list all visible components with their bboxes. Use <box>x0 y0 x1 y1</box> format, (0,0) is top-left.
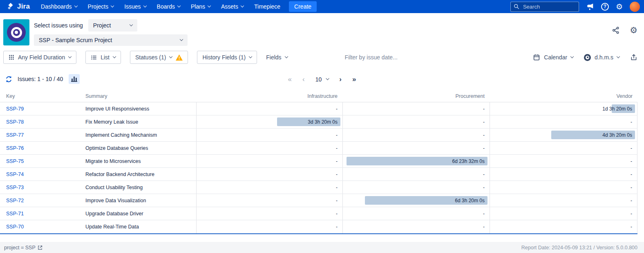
history-fields-button[interactable]: History Fields (1) <box>197 51 257 64</box>
page-size-select[interactable]: 10 <box>315 76 329 82</box>
list-icon <box>91 54 97 61</box>
duration-cell-vendor: - <box>490 207 637 220</box>
chevron-down-icon <box>249 55 252 58</box>
last-page-button[interactable]: » <box>352 76 356 83</box>
key-cell: SSP-70 <box>0 220 79 233</box>
toolbar-right: Calendar d.h.m.s <box>533 54 637 61</box>
nav-item-plans[interactable]: Plans <box>186 0 216 13</box>
duration-format-button[interactable]: d.h.m.s <box>584 54 619 61</box>
issue-key-link[interactable]: SSP-72 <box>6 198 24 203</box>
issue-summary: Conduct Usability Testing <box>79 181 196 194</box>
column-header-key: Key <box>0 93 79 99</box>
chevron-down-icon <box>130 23 133 26</box>
project-select-value: SSP - Sample Scrum Project <box>39 37 112 43</box>
chevron-down-icon <box>177 4 181 7</box>
page-size-value: 10 <box>315 76 322 82</box>
app-settings-gear-icon[interactable]: ⚙ <box>630 26 637 34</box>
eye-icon <box>584 54 591 61</box>
table-row: SSP-76Optimize Database Queries--- <box>0 142 637 155</box>
share-icon[interactable] <box>612 26 620 34</box>
view-select-button[interactable]: List <box>85 51 121 64</box>
issue-key-link[interactable]: SSP-76 <box>6 145 24 151</box>
export-button[interactable] <box>630 54 637 61</box>
key-cell: SSP-74 <box>0 168 79 181</box>
export-icon <box>630 54 637 61</box>
issue-key-link[interactable]: SSP-79 <box>6 106 24 112</box>
empty-duration: - <box>336 145 338 151</box>
nav-item-boards[interactable]: Boards <box>152 0 186 13</box>
statuses-button[interactable]: Statuses (1) <box>130 51 188 64</box>
empty-duration: - <box>483 106 485 112</box>
field-duration-button[interactable]: Any Field Duration <box>3 51 76 64</box>
nav-item-dashboards[interactable]: Dashboards <box>36 0 83 13</box>
external-link-icon <box>38 245 42 250</box>
chevron-down-icon <box>143 4 146 7</box>
table-row: SSP-70Update Real-Time Data--- <box>0 220 637 233</box>
filter-query-link[interactable]: project = SSP <box>4 245 42 251</box>
empty-duration: - <box>483 185 485 190</box>
duration-cell-vendor: - <box>490 194 637 207</box>
column-header-procurement: Procurement <box>342 93 490 99</box>
empty-duration: - <box>631 185 632 190</box>
table-row: SSP-72Improve Data Visualization-6d 3h 2… <box>0 194 637 207</box>
feedback-megaphone-icon[interactable] <box>586 2 594 11</box>
project-select[interactable]: SSP - Sample Scrum Project <box>34 34 188 46</box>
nav-item-assets[interactable]: Assets <box>216 0 249 13</box>
grid-icon <box>9 54 14 60</box>
create-button[interactable]: Create <box>289 1 317 12</box>
duration-cell-infrastructure: - <box>196 168 342 181</box>
nav-item-label: Dashboards <box>41 3 72 10</box>
issue-source-mode-select[interactable]: Project <box>88 19 137 32</box>
jira-home-link[interactable]: Jira <box>4 2 36 11</box>
navbar-search <box>510 2 579 12</box>
calendar-button[interactable]: Calendar <box>533 54 573 61</box>
chevron-down-icon <box>111 4 114 7</box>
duration-cell-vendor: - <box>490 115 637 128</box>
table-row: SSP-75Migrate to Microservices-6d 23h 32… <box>0 155 637 168</box>
first-page-button[interactable]: « <box>288 76 292 83</box>
duration-label: 6d 3h 20m 0s <box>455 198 485 203</box>
issue-date-filter-input[interactable] <box>345 54 435 61</box>
chevron-down-icon <box>68 55 72 58</box>
empty-duration: - <box>336 224 338 230</box>
refresh-button[interactable] <box>5 75 13 83</box>
duration-cell-vendor: - <box>490 155 637 167</box>
column-header-infrastructure: Infrastructure <box>196 93 342 99</box>
issue-key-link[interactable]: SSP-70 <box>6 224 24 230</box>
empty-duration: - <box>631 145 632 151</box>
nav-item-label: Boards <box>157 3 175 10</box>
next-page-button[interactable]: › <box>339 76 342 83</box>
warning-icon <box>176 54 183 61</box>
search-input[interactable] <box>510 2 579 12</box>
duration-cell-procurement: 6d 23h 32m 0s <box>342 155 490 167</box>
empty-duration: - <box>336 132 338 138</box>
chart-toggle-button[interactable] <box>69 74 80 84</box>
chevron-down-icon <box>169 55 172 58</box>
issue-key-link[interactable]: SSP-77 <box>6 132 24 138</box>
prev-page-button[interactable]: ‹ <box>302 76 305 83</box>
empty-duration: - <box>336 172 338 177</box>
issue-key-link[interactable]: SSP-75 <box>6 158 24 164</box>
issue-key-link[interactable]: SSP-73 <box>6 185 24 190</box>
settings-gear-icon[interactable]: ⚙ <box>616 3 623 11</box>
duration-cell-vendor: - <box>490 220 637 233</box>
fields-label: Fields <box>266 54 281 61</box>
navbar-menu: DashboardsProjectsIssuesBoardsPlansAsset… <box>36 0 286 13</box>
key-cell: SSP-72 <box>0 194 79 207</box>
nav-item-timepiece[interactable]: Timepiece <box>249 0 286 13</box>
duration-cell-infrastructure: - <box>196 155 342 167</box>
search-icon <box>514 4 519 9</box>
help-icon[interactable]: ? <box>601 3 609 11</box>
duration-cell-infrastructure: - <box>196 194 342 207</box>
nav-item-projects[interactable]: Projects <box>83 0 119 13</box>
table-row: SSP-78Fix Memory Leak Issue3d 3h 20m 0s-… <box>0 115 637 129</box>
nav-item-issues[interactable]: Issues <box>119 0 151 13</box>
empty-duration: - <box>336 158 338 164</box>
issue-key-link[interactable]: SSP-71 <box>6 211 24 217</box>
issue-key-link[interactable]: SSP-78 <box>6 119 24 125</box>
fields-button[interactable]: Fields <box>266 54 287 61</box>
empty-duration: - <box>483 119 485 125</box>
duration-cell-procurement: - <box>342 115 490 128</box>
issue-key-link[interactable]: SSP-74 <box>6 172 24 177</box>
user-avatar[interactable] <box>630 2 640 12</box>
